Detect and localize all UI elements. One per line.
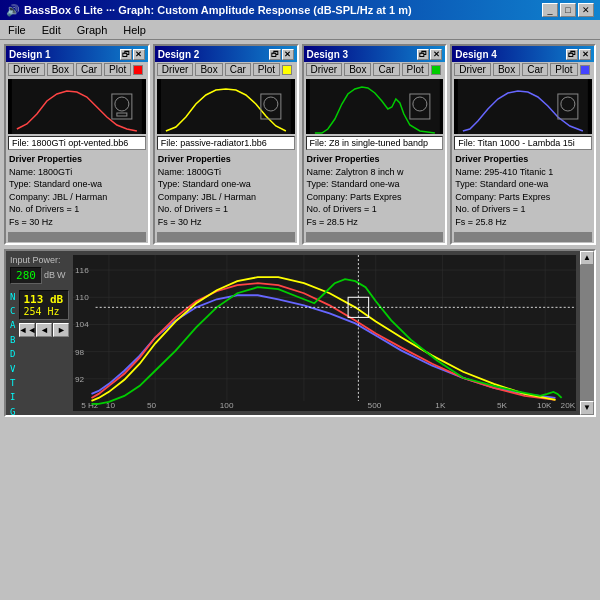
panel-2-tab-driver[interactable]: Driver [157,63,194,76]
panel-3-graph [306,79,444,134]
input-power-label: Input Power: [10,255,67,265]
letters-column: N C A B D V T I G [10,290,15,420]
panel-1-tab-box[interactable]: Box [47,63,74,76]
letter-a: A [10,318,15,332]
right-scrollbar[interactable]: ▲ ▼ [580,251,594,415]
panel-4-tabs: Driver Box Car Plot [452,62,594,77]
panel-1-graph [8,79,146,134]
menu-edit[interactable]: Edit [38,23,65,37]
panel-4-properties: Driver Properties Name: 295-410 Titanic … [452,151,594,231]
panel-2-controls: 🗗 ✕ [269,49,294,60]
design-panels: Design 1 🗗 ✕ Driver Box Car Plot [4,44,596,245]
panel-4-title-bar: Design 4 🗗 ✕ [452,46,594,62]
panel-3-file: File: Z8 in single-tuned bandp [306,136,444,150]
display-db: 113 dB [23,293,65,306]
scroll-down-btn[interactable]: ▼ [580,401,594,415]
svg-text:116: 116 [75,266,89,275]
panel-2-tab-car[interactable]: Car [225,63,251,76]
panel-4-company: Company: Parts Expres [455,192,550,202]
panel-2-drivers: No. of Drivers = 1 [158,204,228,214]
panel-3-tab-box[interactable]: Box [344,63,371,76]
panel-4-restore[interactable]: 🗗 [566,49,578,60]
panel-1-tabs: Driver Box Car Plot [6,62,148,77]
panel-3-restore[interactable]: 🗗 [417,49,429,60]
panel-3-close[interactable]: ✕ [430,49,442,60]
panel-2-restore[interactable]: 🗗 [269,49,281,60]
panel-2-tab-box[interactable]: Box [195,63,222,76]
panel-3-scroll[interactable] [306,232,444,242]
design-panel-1: Design 1 🗗 ✕ Driver Box Car Plot [4,44,150,245]
panel-2-type: Type: Standard one-wa [158,179,251,189]
panel-3-name: Name: Zalytron 8 inch w [307,167,404,177]
panel-3-controls: 🗗 ✕ [417,49,442,60]
svg-text:110: 110 [75,293,89,302]
panel-2-close[interactable]: ✕ [282,49,294,60]
panel-1-driver-label: Driver Properties [9,154,82,164]
design-panel-2: Design 2 🗗 ✕ Driver Box Car Plot [153,44,299,245]
panel-1-properties: Driver Properties Name: 1800GTi Type: St… [6,151,148,231]
panel-3-company: Company: Parts Expres [307,192,402,202]
title-bar: 🔊 BassBox 6 Lite ··· Graph: Custom Ampli… [0,0,600,20]
panel-2-tabs: Driver Box Car Plot [155,62,297,77]
menu-bar: File Edit Graph Help [0,20,600,40]
panel-4-type: Type: Standard one-wa [455,179,548,189]
menu-graph[interactable]: Graph [73,23,112,37]
title-bar-left: 🔊 BassBox 6 Lite ··· Graph: Custom Ampli… [6,4,412,17]
panel-2-scroll[interactable] [157,232,295,242]
panel-3-tab-driver[interactable]: Driver [306,63,343,76]
panel-1-title-bar: Design 1 🗗 ✕ [6,46,148,62]
panel-3-properties: Driver Properties Name: Zalytron 8 inch … [304,151,446,231]
panel-4-drivers: No. of Drivers = 1 [455,204,525,214]
panel-2-company: Company: JBL / Harman [158,192,256,202]
panel-3-title: Design 3 [307,49,349,60]
panel-2-driver-label: Driver Properties [158,154,231,164]
panel-2-properties: Driver Properties Name: 1800GTi Type: St… [155,151,297,231]
svg-text:92: 92 [75,374,85,383]
svg-text:50: 50 [147,401,157,410]
nav-next[interactable]: ► [53,323,69,337]
panel-1-restore[interactable]: 🗗 [120,49,132,60]
power-db-label: dB [44,270,55,280]
panel-4-close[interactable]: ✕ [579,49,591,60]
panel-2-fs: Fs = 30 Hz [158,217,202,227]
app-icon: 🔊 [6,4,20,17]
panel-4-color [580,65,590,75]
svg-text:500: 500 [368,401,382,410]
svg-text:104: 104 [75,320,89,329]
close-button[interactable]: ✕ [578,3,594,17]
letter-c: C [10,304,15,318]
panel-2-graph [157,79,295,134]
panel-1-tab-plot[interactable]: Plot [104,63,131,76]
power-row: 280 dB W [10,267,67,284]
panel-3-title-bar: Design 3 🗗 ✕ [304,46,446,62]
panel-2-name: Name: 1800GTi [158,167,221,177]
panel-4-tab-driver[interactable]: Driver [454,63,491,76]
panel-2-tab-plot[interactable]: Plot [253,63,280,76]
panel-1-tab-driver[interactable]: Driver [8,63,45,76]
panel-3-color [431,65,441,75]
scroll-up-btn[interactable]: ▲ [580,251,594,265]
panel-3-tab-plot[interactable]: Plot [402,63,429,76]
panel-4-scroll[interactable] [454,232,592,242]
panel-4-tab-box[interactable]: Box [493,63,520,76]
nav-prev[interactable]: ◄ [36,323,52,337]
panel-3-tab-car[interactable]: Car [373,63,399,76]
panel-4-driver-label: Driver Properties [455,154,528,164]
bottom-section: Input Power: 280 dB W N C A B D V T I G [4,249,596,417]
panel-1-close[interactable]: ✕ [133,49,145,60]
minimize-button[interactable]: _ [542,3,558,17]
panel-2-color [282,65,292,75]
letter-g: G [10,405,15,419]
maximize-button[interactable]: □ [560,3,576,17]
design-panel-4: Design 4 🗗 ✕ Driver Box Car Plot [450,44,596,245]
power-value[interactable]: 280 [10,267,42,284]
panel-1-tab-car[interactable]: Car [76,63,102,76]
menu-help[interactable]: Help [119,23,150,37]
panel-1-scroll[interactable] [8,232,146,242]
menu-file[interactable]: File [4,23,30,37]
panel-4-tab-car[interactable]: Car [522,63,548,76]
power-w-label: W [57,270,66,280]
panel-4-tab-plot[interactable]: Plot [550,63,577,76]
nav-prev-prev[interactable]: ◄◄ [19,323,35,337]
svg-rect-0 [12,79,142,134]
